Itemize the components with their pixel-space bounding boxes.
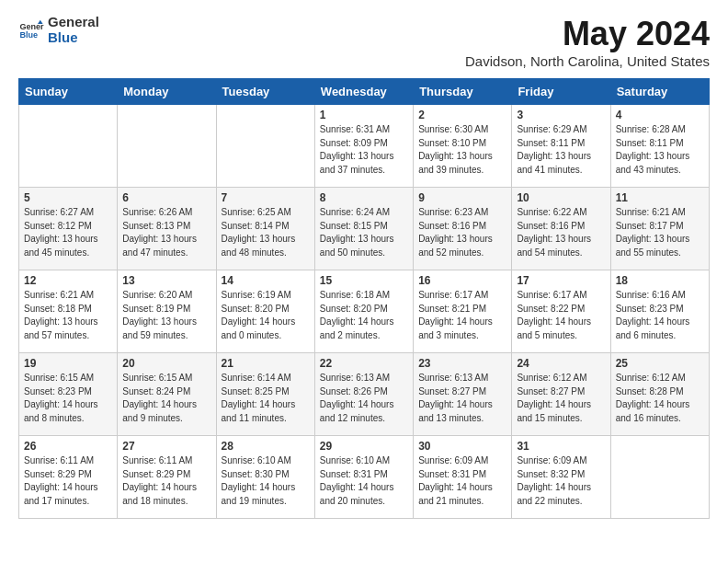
day-number: 4 (616, 109, 704, 121)
day-info: Sunrise: 6:11 AM Sunset: 8:29 PM Dayligh… (122, 454, 210, 508)
day-info: Sunrise: 6:23 AM Sunset: 8:16 PM Dayligh… (418, 206, 506, 259)
logo-blue: Blue (48, 30, 99, 46)
logo-text: GeneralBlue (48, 15, 99, 45)
day-info: Sunrise: 6:17 AM Sunset: 8:21 PM Dayligh… (418, 289, 506, 342)
calendar-cell: 6Sunrise: 6:26 AM Sunset: 8:13 PM Daylig… (118, 188, 216, 270)
calendar-cell: 2Sunrise: 6:30 AM Sunset: 8:10 PM Daylig… (414, 105, 512, 188)
day-number: 12 (24, 274, 112, 287)
day-info: Sunrise: 6:12 AM Sunset: 8:27 PM Dayligh… (517, 372, 605, 425)
day-info: Sunrise: 6:22 AM Sunset: 8:16 PM Dayligh… (517, 206, 605, 259)
day-info: Sunrise: 6:21 AM Sunset: 8:18 PM Dayligh… (24, 289, 112, 342)
day-info: Sunrise: 6:13 AM Sunset: 8:27 PM Dayligh… (418, 372, 506, 425)
calendar-cell: 19Sunrise: 6:15 AM Sunset: 8:23 PM Dayli… (19, 353, 118, 436)
day-number: 2 (418, 109, 506, 121)
calendar-cell: 16Sunrise: 6:17 AM Sunset: 8:21 PM Dayli… (414, 270, 512, 353)
day-info: Sunrise: 6:10 AM Sunset: 8:31 PM Dayligh… (320, 454, 408, 508)
day-number: 14 (222, 274, 310, 287)
day-number: 6 (122, 191, 210, 204)
calendar-cell: 12Sunrise: 6:21 AM Sunset: 8:18 PM Dayli… (19, 270, 118, 353)
weekday-header-wednesday: Wednesday (314, 79, 413, 105)
calendar-cell: 27Sunrise: 6:11 AM Sunset: 8:29 PM Dayli… (118, 436, 216, 519)
calendar-cell: 25Sunrise: 6:12 AM Sunset: 8:28 PM Dayli… (610, 353, 709, 436)
day-info: Sunrise: 6:26 AM Sunset: 8:13 PM Dayligh… (122, 206, 210, 259)
weekday-header-saturday: Saturday (610, 79, 709, 105)
day-number: 29 (320, 440, 408, 453)
day-number: 17 (517, 274, 605, 287)
calendar-cell (118, 105, 216, 188)
calendar-cell: 14Sunrise: 6:19 AM Sunset: 8:20 PM Dayli… (216, 270, 314, 353)
day-number: 8 (320, 191, 408, 204)
day-number: 15 (320, 274, 408, 287)
day-info: Sunrise: 6:15 AM Sunset: 8:23 PM Dayligh… (24, 372, 112, 425)
day-info: Sunrise: 6:30 AM Sunset: 8:10 PM Dayligh… (418, 123, 506, 177)
calendar-cell: 21Sunrise: 6:14 AM Sunset: 8:25 PM Dayli… (216, 353, 314, 436)
day-info: Sunrise: 6:29 AM Sunset: 8:11 PM Dayligh… (517, 123, 605, 177)
day-info: Sunrise: 6:25 AM Sunset: 8:14 PM Dayligh… (222, 206, 310, 259)
calendar-week-4: 19Sunrise: 6:15 AM Sunset: 8:23 PM Dayli… (19, 353, 710, 436)
calendar-cell: 17Sunrise: 6:17 AM Sunset: 8:22 PM Dayli… (512, 270, 610, 353)
calendar-cell: 28Sunrise: 6:10 AM Sunset: 8:30 PM Dayli… (216, 436, 314, 519)
calendar-cell: 20Sunrise: 6:15 AM Sunset: 8:24 PM Dayli… (118, 353, 216, 436)
calendar-cell (19, 105, 118, 188)
day-info: Sunrise: 6:18 AM Sunset: 8:20 PM Dayligh… (320, 289, 408, 342)
calendar-cell: 7Sunrise: 6:25 AM Sunset: 8:14 PM Daylig… (216, 188, 314, 270)
logo: General Blue GeneralBlue (18, 15, 99, 45)
day-number: 7 (222, 191, 310, 204)
day-info: Sunrise: 6:20 AM Sunset: 8:19 PM Dayligh… (122, 289, 210, 342)
calendar-week-3: 12Sunrise: 6:21 AM Sunset: 8:18 PM Dayli… (19, 270, 710, 353)
calendar-cell: 13Sunrise: 6:20 AM Sunset: 8:19 PM Dayli… (118, 270, 216, 353)
calendar-cell: 15Sunrise: 6:18 AM Sunset: 8:20 PM Dayli… (314, 270, 413, 353)
day-number: 30 (418, 440, 506, 453)
calendar-cell: 31Sunrise: 6:09 AM Sunset: 8:32 PM Dayli… (512, 436, 610, 519)
day-info: Sunrise: 6:21 AM Sunset: 8:17 PM Dayligh… (616, 206, 704, 259)
weekday-header-friday: Friday (512, 79, 610, 105)
day-info: Sunrise: 6:16 AM Sunset: 8:23 PM Dayligh… (616, 289, 704, 342)
calendar-cell: 1Sunrise: 6:31 AM Sunset: 8:09 PM Daylig… (314, 105, 413, 188)
day-info: Sunrise: 6:15 AM Sunset: 8:24 PM Dayligh… (122, 372, 210, 425)
day-info: Sunrise: 6:10 AM Sunset: 8:30 PM Dayligh… (222, 454, 310, 508)
calendar-cell: 23Sunrise: 6:13 AM Sunset: 8:27 PM Dayli… (414, 353, 512, 436)
calendar-cell: 30Sunrise: 6:09 AM Sunset: 8:31 PM Dayli… (414, 436, 512, 519)
day-number: 19 (24, 357, 112, 370)
day-info: Sunrise: 6:14 AM Sunset: 8:25 PM Dayligh… (222, 372, 310, 425)
day-number: 10 (517, 191, 605, 204)
day-number: 31 (517, 440, 605, 453)
day-info: Sunrise: 6:13 AM Sunset: 8:26 PM Dayligh… (320, 372, 408, 425)
day-info: Sunrise: 6:12 AM Sunset: 8:28 PM Dayligh… (616, 372, 704, 425)
svg-text:Blue: Blue (19, 30, 38, 40)
calendar-cell: 26Sunrise: 6:11 AM Sunset: 8:29 PM Dayli… (19, 436, 118, 519)
calendar-cell: 11Sunrise: 6:21 AM Sunset: 8:17 PM Dayli… (610, 188, 709, 270)
day-info: Sunrise: 6:09 AM Sunset: 8:31 PM Dayligh… (418, 454, 506, 508)
day-info: Sunrise: 6:09 AM Sunset: 8:32 PM Dayligh… (517, 454, 605, 508)
day-info: Sunrise: 6:28 AM Sunset: 8:11 PM Dayligh… (616, 123, 704, 177)
day-info: Sunrise: 6:24 AM Sunset: 8:15 PM Dayligh… (320, 206, 408, 259)
day-number: 21 (222, 357, 310, 370)
logo-general: General (48, 15, 99, 30)
calendar-cell: 4Sunrise: 6:28 AM Sunset: 8:11 PM Daylig… (610, 105, 709, 188)
day-number: 18 (616, 274, 704, 287)
weekday-header-tuesday: Tuesday (216, 79, 314, 105)
weekday-header-thursday: Thursday (414, 79, 512, 105)
calendar-cell (610, 436, 709, 519)
calendar-week-2: 5Sunrise: 6:27 AM Sunset: 8:12 PM Daylig… (19, 188, 710, 270)
calendar-cell: 9Sunrise: 6:23 AM Sunset: 8:16 PM Daylig… (414, 188, 512, 270)
day-number: 5 (24, 191, 112, 204)
page-header: General Blue GeneralBlue May 2024 Davids… (18, 15, 710, 69)
day-number: 3 (517, 109, 605, 121)
day-info: Sunrise: 6:11 AM Sunset: 8:29 PM Dayligh… (24, 454, 112, 508)
day-info: Sunrise: 6:19 AM Sunset: 8:20 PM Dayligh… (222, 289, 310, 342)
day-number: 26 (24, 440, 112, 453)
calendar-cell: 18Sunrise: 6:16 AM Sunset: 8:23 PM Dayli… (610, 270, 709, 353)
day-info: Sunrise: 6:31 AM Sunset: 8:09 PM Dayligh… (320, 123, 408, 177)
day-info: Sunrise: 6:17 AM Sunset: 8:22 PM Dayligh… (517, 289, 605, 342)
calendar-cell: 5Sunrise: 6:27 AM Sunset: 8:12 PM Daylig… (19, 188, 118, 270)
weekday-header-monday: Monday (118, 79, 216, 105)
day-info: Sunrise: 6:27 AM Sunset: 8:12 PM Dayligh… (24, 206, 112, 259)
day-number: 16 (418, 274, 506, 287)
calendar-cell: 10Sunrise: 6:22 AM Sunset: 8:16 PM Dayli… (512, 188, 610, 270)
calendar-cell (216, 105, 314, 188)
weekday-header-sunday: Sunday (19, 79, 118, 105)
calendar: SundayMondayTuesdayWednesdayThursdayFrid… (18, 78, 710, 519)
calendar-cell: 8Sunrise: 6:24 AM Sunset: 8:15 PM Daylig… (314, 188, 413, 270)
day-number: 1 (320, 109, 408, 121)
